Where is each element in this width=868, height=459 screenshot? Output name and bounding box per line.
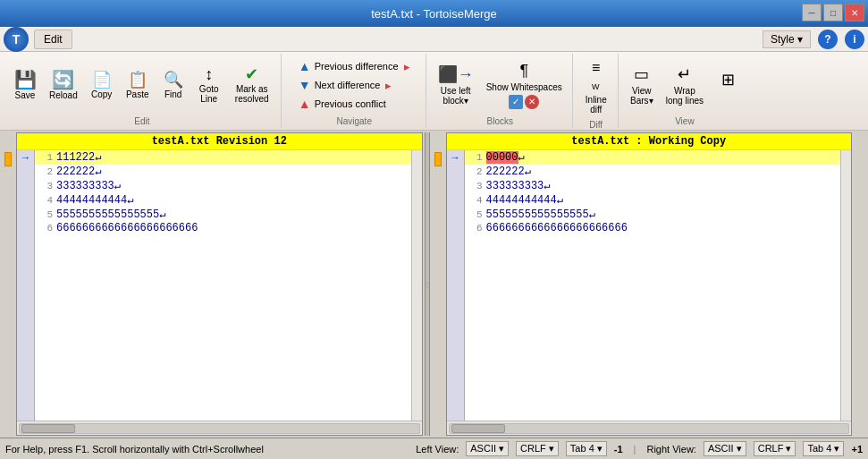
left-line-5: 5 5555555555555555↵ [35, 208, 411, 222]
blocks-group: ⬛→ Use left block▾ ¶ Show Whitespaces ✓ … [428, 54, 573, 128]
right-file-content[interactable]: 1 00000↵ 2 222222↵ 3 333333333↵ [465, 150, 841, 421]
view-extra-icon: ⊞ [721, 70, 735, 89]
reload-icon: 🔄 [52, 71, 74, 89]
paste-button[interactable]: 📋 Paste [122, 68, 154, 103]
prev-diff-button[interactable]: ▲ Previous difference ▸ [295, 57, 414, 75]
show-whitespaces-icon: ¶ [519, 62, 528, 81]
style-button[interactable]: Style ▾ [763, 30, 811, 48]
right-line-2: 2 222222↵ [465, 165, 841, 179]
use-left-block-button[interactable]: ⬛→ Use left block▾ [434, 61, 478, 109]
right-tab4-dropdown[interactable]: Tab 4 ▾ [803, 441, 844, 456]
left-ind-row-2 [17, 165, 34, 179]
title-bar: testA.txt - TortoiseMerge ─ □ ✕ [0, 0, 868, 27]
copy-icon: 📄 [92, 72, 112, 88]
left-tab4-dropdown[interactable]: Tab 4 ▾ [566, 441, 607, 456]
status-bar: For Help, press F1. Scroll horizontally … [0, 438, 868, 459]
left-ascii-dropdown[interactable]: ASCII ▾ [466, 441, 509, 456]
left-line-1: 1 111222↵ [35, 150, 411, 165]
right-indicator-col: → [447, 150, 465, 421]
right-ind-row-6 [447, 222, 464, 236]
right-hscrollbar[interactable] [447, 421, 852, 435]
left-crlf-dropdown[interactable]: CRLF ▾ [516, 441, 559, 456]
right-line-4: 4 44444444444↵ [465, 193, 841, 208]
left-position: -1 [614, 444, 623, 455]
minimize-button[interactable]: ─ [802, 4, 822, 21]
goto-icon: ↕ [205, 66, 213, 82]
left-ind-row-6 [17, 222, 34, 236]
left-ind-row-1: → [17, 150, 34, 165]
status-help-text: For Help, press F1. Scroll horizontally … [5, 444, 409, 455]
left-pane-header: testA.txt Revision 12 [17, 133, 422, 150]
prev-diff-icon: ▲ [299, 59, 311, 73]
left-margin-row-1 [2, 152, 14, 166]
wrap-long-lines-icon: ↵ [678, 64, 691, 84]
goto-line-button[interactable]: ↕ Goto Line [193, 63, 225, 107]
right-position: +1 [851, 444, 863, 455]
right-outer-margin-bar [854, 132, 866, 436]
app-icon: T [4, 27, 29, 52]
right-ind-row-1: → [447, 150, 464, 165]
mark-resolved-button[interactable]: ✔ Mark as resolved [229, 63, 275, 107]
diff-group: ≡W Inline diff Diff [575, 54, 619, 128]
left-ind-row-4 [17, 193, 34, 208]
right-margin-bar [432, 132, 444, 436]
right-vscrollbar[interactable] [840, 150, 851, 421]
use-left-block-icon: ⬛→ [438, 64, 474, 84]
show-whitespaces-button[interactable]: ¶ Show Whitespaces ✓ ✕ [482, 58, 567, 113]
left-vscrollbar[interactable] [411, 150, 422, 421]
left-pane: testA.txt Revision 12 → 1 111222↵ [16, 132, 423, 436]
left-file-content[interactable]: 1 111222↵ 2 222222↵ 3 333333333↵ [35, 150, 411, 421]
right-pane-inner: 1 00000↵ 2 222222↵ 3 333333333↵ [465, 150, 852, 421]
right-line-6: 6 6666666666666666666666 [465, 222, 841, 236]
left-ind-row-3 [17, 179, 34, 193]
maximize-button[interactable]: □ [823, 4, 843, 21]
next-diff-button[interactable]: ▼ Next difference ▸ [295, 76, 414, 94]
right-ind-row-2 [447, 165, 464, 179]
right-line-3: 3 333333333↵ [465, 179, 841, 193]
toolbar: 💾 Save 🔄 Reload 📄 Copy 📋 Paste 🔍 Find ↕ [0, 52, 868, 131]
edit-menu[interactable]: Edit [34, 30, 72, 49]
right-line-1: 1 00000↵ [465, 150, 841, 165]
pane-splitter[interactable]: ⋮ [425, 132, 430, 436]
right-ascii-dropdown[interactable]: ASCII ▾ [704, 441, 746, 456]
left-margin-bar [2, 132, 14, 436]
left-ind-row-5 [17, 208, 34, 222]
save-button[interactable]: 💾 Save [9, 67, 41, 104]
navigate-group: ▲ Previous difference ▸ ▼ Next differenc… [283, 54, 426, 128]
find-icon: 🔍 [164, 72, 183, 88]
find-button[interactable]: 🔍 Find [157, 68, 190, 103]
right-crlf-dropdown[interactable]: CRLF ▾ [754, 441, 796, 456]
right-margin-row-1 [432, 152, 444, 166]
mark-resolved-icon: ✔ [245, 66, 258, 82]
left-indicator-col: → [17, 150, 35, 421]
next-diff-icon: ▼ [299, 78, 311, 92]
save-icon: 💾 [14, 71, 37, 89]
prev-conflict-icon: ▲ [299, 97, 311, 111]
view-group: ▭ View Bars▾ ↵ Wrap long lines ⊞ View [620, 54, 749, 128]
inline-diff-button[interactable]: ≡W Inline diff [580, 55, 612, 118]
prev-conflict-button[interactable]: ▲ Previous conflict [295, 95, 414, 113]
view-extra-button[interactable]: ⊞ [712, 66, 744, 105]
wrap-long-lines-button[interactable]: ↵ Wrap long lines [662, 61, 708, 109]
view-bars-button[interactable]: ▭ View Bars▾ [626, 61, 658, 109]
left-line-2: 2 222222↵ [35, 165, 411, 179]
right-pane-header: testA.txt : Working Copy [447, 133, 852, 150]
right-line-5: 5 5555555555555555↵ [465, 208, 841, 222]
left-line-6: 6 6666666666666666666666 [35, 222, 411, 236]
paste-icon: 📋 [128, 72, 147, 88]
left-view-label: Left View: [416, 444, 459, 455]
inline-diff-icon: ≡W [592, 59, 600, 93]
copy-button[interactable]: 📄 Copy [86, 68, 118, 103]
window-title: testA.txt - TortoiseMerge [371, 7, 497, 21]
left-pane-inner: 1 111222↵ 2 222222↵ 3 333333333↵ [35, 150, 422, 421]
whitespace-x-icon: ✕ [525, 95, 539, 109]
info-icon[interactable]: i [845, 30, 864, 49]
right-pane: testA.txt : Working Copy → 1 00000↵ [446, 132, 853, 436]
close-button[interactable]: ✕ [845, 4, 864, 21]
help-icon[interactable]: ? [818, 30, 838, 49]
content-area: testA.txt Revision 12 → 1 111222↵ [0, 131, 868, 438]
reload-button[interactable]: 🔄 Reload [45, 67, 82, 104]
right-view-label: Right View: [646, 444, 695, 455]
right-ind-row-5 [447, 208, 464, 222]
left-hscrollbar[interactable] [17, 421, 422, 435]
